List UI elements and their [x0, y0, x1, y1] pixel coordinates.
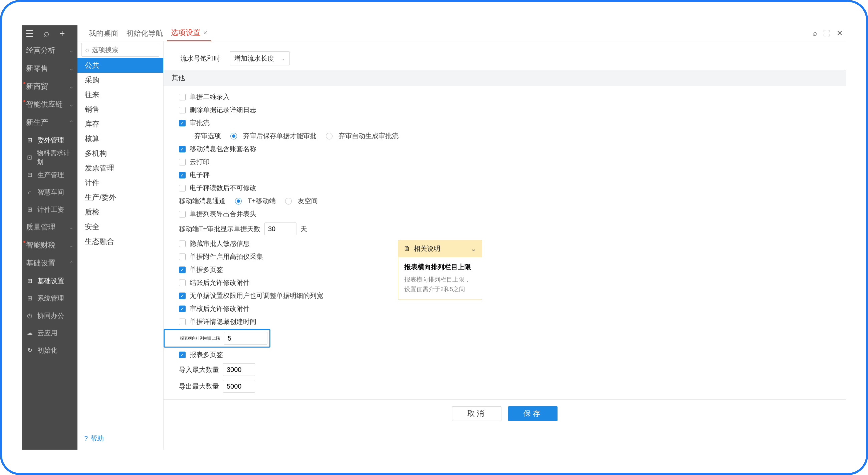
- second-nav-sales[interactable]: 销售: [78, 102, 163, 117]
- checkbox-escale[interactable]: ✓: [179, 172, 186, 178]
- option-label: 单据列表导出合并表头: [190, 209, 256, 218]
- sidebar-item-label: 物料需求计划: [37, 148, 73, 166]
- sidebar-item-retail[interactable]: 新零售⌄: [22, 59, 78, 77]
- second-nav-inventory[interactable]: 库存: [78, 117, 163, 131]
- checkbox-hide-approver[interactable]: [179, 240, 186, 247]
- save-button[interactable]: 保存: [508, 406, 558, 421]
- sidebar-item-production[interactable]: 新生产⌃: [22, 113, 78, 131]
- second-nav-accounting[interactable]: 核算: [78, 131, 163, 146]
- second-nav-multiorg[interactable]: 多机构: [78, 146, 163, 161]
- chevron-down-icon: ⌄: [69, 83, 73, 90]
- tooltip-card: 🗎 相关说明 ⌄ 报表横向排列栏目上限 报表横向排列栏目上限，设置值需介于2和5…: [398, 240, 482, 300]
- checkbox-deletelog[interactable]: [179, 107, 186, 113]
- search-icon: ⌕: [85, 46, 89, 54]
- option-label: 云打印: [190, 158, 210, 166]
- add-icon[interactable]: +: [59, 28, 65, 39]
- sidebar-subitem-sysmgmt[interactable]: ⊞系统管理: [22, 290, 78, 307]
- chevron-down-icon: ⌄: [69, 224, 73, 231]
- report-column-limit-row: 报表横向排列栏目上限: [163, 329, 271, 347]
- sidebar-item-tax[interactable]: 智能财税⌄: [22, 236, 78, 254]
- chevron-down-icon: ⌄: [69, 242, 73, 248]
- cancel-button[interactable]: 取消: [452, 406, 501, 421]
- sidebar-item-analysis[interactable]: 经营分析⌄: [22, 41, 78, 59]
- second-nav-security[interactable]: 安全: [78, 219, 163, 234]
- second-nav-qc[interactable]: 质检: [78, 205, 163, 219]
- checkbox-report-multitab[interactable]: ✓: [179, 351, 186, 358]
- fullscreen-icon[interactable]: ⛶: [823, 29, 831, 38]
- checkbox-export-mergeheader[interactable]: [179, 211, 186, 217]
- sidebar-subitem-mrp[interactable]: ⊡物料需求计划: [22, 149, 78, 166]
- radio-label: T+移动端: [248, 197, 276, 205]
- sidebar-subitem-collab[interactable]: ◷协同办公: [22, 307, 78, 324]
- sidebar-item-quality[interactable]: 质量管理⌄: [22, 218, 78, 236]
- sidebar-subitem-piecework[interactable]: ⊞计件工资: [22, 201, 78, 218]
- checkbox-hide-createtime[interactable]: [179, 318, 186, 325]
- close-icon[interactable]: ✕: [203, 30, 207, 36]
- sidebar-item-basic-settings[interactable]: 基础设置⌃: [22, 254, 78, 272]
- checkbox-approval[interactable]: ✓: [179, 120, 186, 127]
- search-icon[interactable]: ⌕: [813, 29, 817, 38]
- radio-abandon-option-2[interactable]: [326, 133, 333, 139]
- option-label: 单据详情隐藏创建时间: [190, 317, 256, 326]
- second-nav-public[interactable]: 公共: [78, 58, 163, 73]
- sidebar-subitem-init[interactable]: ↻初始化: [22, 342, 78, 359]
- checkbox-qrcode[interactable]: [179, 94, 186, 100]
- second-nav-invoice[interactable]: 发票管理: [78, 161, 163, 175]
- option-label: 无单据设置权限用户也可调整单据明细的列宽: [190, 291, 323, 300]
- sidebar-item-label: 智慧车间: [37, 188, 64, 197]
- sidebar-subitem-cloud[interactable]: ☁云应用: [22, 324, 78, 342]
- serial-saturated-label: 流水号饱和时: [180, 54, 220, 63]
- option-label: 报表多页签: [190, 350, 223, 359]
- help-label: 帮助: [90, 434, 104, 443]
- sidebar-item-label: 初始化: [37, 346, 57, 355]
- import-max-input[interactable]: [223, 363, 255, 376]
- sidebar-subitem-workshop[interactable]: ⌂智慧车间: [22, 183, 78, 201]
- main-sidebar: 经营分析⌄ 新零售⌄ 新商贸⌄ 智能供应链⌄ 新生产⌃ ⊞委外管理 ⊡物料需求计…: [22, 41, 78, 450]
- sidebar-item-label: 新零售: [26, 63, 48, 73]
- second-nav-piecework[interactable]: 计件: [78, 175, 163, 190]
- search-icon[interactable]: ⌕: [44, 28, 50, 39]
- option-label: 移动端T+审批显示单据天数: [179, 225, 260, 234]
- option-label: 删除单据记录详细日志: [190, 105, 256, 114]
- menu-toggle-icon[interactable]: ☰: [25, 28, 34, 39]
- mobile-approval-days-input[interactable]: [265, 223, 297, 235]
- help-icon: ?: [84, 435, 88, 442]
- tab-option-settings[interactable]: 选项设置✕: [167, 25, 211, 41]
- sidebar-item-label: 协同办公: [37, 311, 64, 320]
- help-link[interactable]: ?帮助: [78, 427, 163, 450]
- chevron-down-icon[interactable]: ⌄: [471, 245, 476, 253]
- second-nav-prodout[interactable]: 生产/委外: [78, 190, 163, 205]
- tab-init-nav[interactable]: 初始化导航: [122, 25, 167, 41]
- checkbox-multitab[interactable]: ✓: [179, 267, 186, 273]
- close-icon[interactable]: ✕: [837, 29, 843, 38]
- checkbox-escale-readonly[interactable]: [179, 185, 186, 192]
- sidebar-item-trade[interactable]: 新商贸⌄: [22, 77, 78, 95]
- sidebar-item-supply[interactable]: 智能供应链⌄: [22, 95, 78, 113]
- radio-channel-tplus[interactable]: [235, 198, 242, 204]
- tooltip-text: 报表横向排列栏目上限，设置值需介于2和5之间: [404, 275, 476, 294]
- sidebar-subitem-basic[interactable]: ⊞基础设置: [22, 272, 78, 290]
- tab-my-desktop[interactable]: 我的桌面: [85, 25, 122, 41]
- checkbox-mobile-accountname[interactable]: ✓: [179, 146, 186, 152]
- option-label: 导出最大数量: [179, 382, 219, 391]
- tab-label: 初始化导航: [126, 28, 163, 38]
- sidebar-subitem-outsource[interactable]: ⊞委外管理: [22, 131, 78, 149]
- second-nav-eco[interactable]: 生态融合: [78, 234, 163, 249]
- sidebar-top-bar: ☰ ⌕ +: [22, 25, 78, 41]
- checkbox-noperm-colwidth[interactable]: ✓: [179, 293, 186, 299]
- second-nav-ar[interactable]: 往来: [78, 88, 163, 102]
- checkbox-cloudprint[interactable]: [179, 159, 186, 165]
- content-header-row: 流水号饱和时 增加流水长度 ⌄: [163, 41, 846, 70]
- export-max-input[interactable]: [223, 380, 255, 393]
- sidebar-subitem-prodmgmt[interactable]: ⊟生产管理: [22, 166, 78, 183]
- second-nav-purchase[interactable]: 采购: [78, 73, 163, 88]
- checkbox-audited-attach[interactable]: ✓: [179, 306, 186, 312]
- chevron-down-icon: ⌄: [69, 47, 73, 54]
- report-column-limit-input[interactable]: [224, 332, 268, 345]
- search-box[interactable]: ⌕: [82, 43, 159, 57]
- radio-abandon-option-1[interactable]: [230, 133, 237, 139]
- radio-channel-youspace[interactable]: [285, 198, 292, 204]
- checkbox-scanner[interactable]: [179, 253, 186, 260]
- checkbox-closed-attach[interactable]: [179, 279, 186, 286]
- serial-saturated-select[interactable]: 增加流水长度 ⌄: [230, 52, 290, 65]
